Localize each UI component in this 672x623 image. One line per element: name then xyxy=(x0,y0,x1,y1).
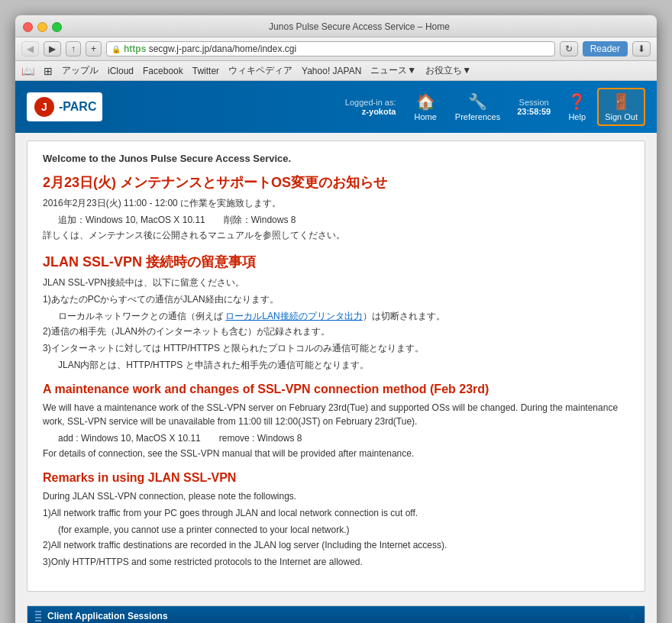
jlan-body-6: JLAN内部とは、HTTP/HTTPS と申請された相手先の通信可能となります。 xyxy=(58,358,629,372)
logged-in-info: Logged-in as: z-yokota xyxy=(345,98,396,116)
welcome-text: Welcome to the Junos Pulse Secure Access… xyxy=(43,153,629,164)
section-jlan-en: Remarks in using JLAN SSL-VPN During JLA… xyxy=(43,471,629,569)
grid-icon: ⊞ xyxy=(44,65,53,77)
logo-box: J -PARC xyxy=(27,92,102,121)
home-icon: 🏠 xyxy=(416,92,435,111)
jlan-body-2: 1)あなたのPCからすべての通信がJLAN経由になります。 xyxy=(43,292,629,306)
url-bar[interactable]: 🔒 https secgw.j-parc.jp/dana/home/index.… xyxy=(106,41,555,56)
jlan-body-5: 3)インターネットに対しては HTTP/HTTPS と限られたプロトコルのみ通信… xyxy=(43,341,629,355)
jlan-body-4: 2)通信の相手先（JLAN外のインターネットも含む）が記録されます。 xyxy=(43,324,629,338)
body-text-1: 2016年2月23日(火) 11:00 - 12:00 に作業を実施致します。 xyxy=(43,196,629,210)
section-title-maintenance-jp: 2月23日(火) メンテナンスとサポートOS変更のお知らせ xyxy=(43,173,629,192)
logo-text: -PARC xyxy=(59,100,96,114)
client-sessions-header: Client Application Sessions ▼ xyxy=(27,606,645,623)
sign-out-icon: 🚪 xyxy=(612,92,631,111)
home-label: Home xyxy=(414,112,436,121)
preferences-icon: 🔧 xyxy=(468,92,487,111)
section-title-jlan-jp: JLAN SSL-VPN 接続時の留意事項 xyxy=(43,253,629,271)
jlan-body-1: JLAN SSL-VPN接続中は、以下に留意ください。 xyxy=(43,276,629,289)
en-maint-2: add : Windows 10, MacOS X 10.11 remove :… xyxy=(58,431,629,445)
en-maint-3: For details of connection, see the SSL-V… xyxy=(43,447,629,460)
bookmark-news[interactable]: ニュース▼ xyxy=(370,64,416,77)
dropdown-arrow-icon[interactable]: ▼ xyxy=(626,610,637,622)
header-nav: Logged-in as: z-yokota 🏠 Home 🔧 Preferen… xyxy=(345,88,645,126)
help-icon: ❓ xyxy=(567,92,586,111)
bookmarks-bar: 📖 ⊞ アップル iCloud Facebook Twitter ウィキペディア… xyxy=(15,61,657,81)
bookmark-icloud[interactable]: iCloud xyxy=(108,66,134,76)
reader-button[interactable]: Reader xyxy=(583,41,628,56)
add-button[interactable]: + xyxy=(86,41,102,56)
client-sessions-area: Client Application Sessions ▼ J Junos Pu… xyxy=(15,599,657,623)
page-header: J -PARC Logged-in as: z-yokota 🏠 Home 🔧 … xyxy=(15,81,657,133)
jlan-en-4: 2)All network traffic destinations are r… xyxy=(43,538,629,552)
section-jlan-jp: JLAN SSL-VPN 接続時の留意事項 JLAN SSL-VPN接続中は、以… xyxy=(43,253,629,372)
logo-icon: J xyxy=(33,95,56,118)
window-title: Junos Pulse Secure Access Service – Home xyxy=(69,21,649,32)
section-title-maintenance-en: A maintenance work and changes of SSL-VP… xyxy=(43,383,629,396)
sign-out-label: Sign Out xyxy=(605,112,638,121)
body-text-2: 追加：Windows 10, MacOS X 10.11 削除：Windows … xyxy=(58,213,629,227)
client-sessions-title: Client Application Sessions xyxy=(47,611,168,621)
session-info: Session 23:58:59 xyxy=(511,95,557,119)
body-text-3: 詳しくは、メンテナンス後に公開されるマニュアルを参照してください。 xyxy=(43,228,629,242)
preferences-nav-item[interactable]: 🔧 Preferences xyxy=(447,89,508,124)
bookmarks-icon: 📖 xyxy=(21,65,34,77)
bookmark-facebook[interactable]: Facebook xyxy=(143,66,183,76)
sign-out-nav-item[interactable]: 🚪 Sign Out xyxy=(597,88,645,126)
lock-icon: 🔒 xyxy=(111,45,121,53)
close-button[interactable] xyxy=(23,22,33,32)
svg-text:J: J xyxy=(41,101,47,113)
show-downloads-button[interactable]: ⬇ xyxy=(632,41,651,56)
session-time: 23:58:59 xyxy=(517,107,551,116)
window-controls[interactable] xyxy=(23,22,62,32)
logo-area: J -PARC xyxy=(27,92,102,121)
bookmark-apple[interactable]: アップル xyxy=(62,64,99,77)
jlan-en-2: 1)All network traffic from your PC goes … xyxy=(43,506,629,520)
logged-in-user: z-yokota xyxy=(345,107,396,116)
nav-bar: ◀ ▶ ↑ + 🔒 https secgw.j-parc.jp/dana/hom… xyxy=(15,37,657,61)
title-bar: Junos Pulse Secure Access Service – Home xyxy=(15,15,657,37)
preferences-label: Preferences xyxy=(455,112,500,121)
bookmark-useful[interactable]: お役立ち▼ xyxy=(425,64,471,77)
jlan-body-3: ローカルネットワークとの通信（例えば ローカルLAN接続のプリンタ出力）は切断さ… xyxy=(58,309,629,323)
section-maintenance-jp: 2月23日(火) メンテナンスとサポートOS変更のお知らせ 2016年2月23日… xyxy=(43,173,629,242)
en-maint-1: We will have a maintenance work of the S… xyxy=(43,401,629,428)
jlan-en-5: 3)Only HTTP/HTTPS and some restricted pr… xyxy=(43,555,629,569)
jlan-en-1: During JLAN SSL-VPN connection, please n… xyxy=(43,489,629,503)
section-title-jlan-en: Remarks in using JLAN SSL-VPN xyxy=(43,471,629,485)
url-domain: secgw.j-parc.jp/dana/home/index.cgi xyxy=(146,44,549,54)
maximize-button[interactable] xyxy=(52,22,62,32)
help-label: Help xyxy=(568,112,586,121)
grip-icon xyxy=(35,611,41,621)
content-area: Welcome to the Junos Pulse Secure Access… xyxy=(15,133,657,599)
refresh-button[interactable]: ↻ xyxy=(560,41,578,56)
forward-button[interactable]: ▶ xyxy=(44,41,61,56)
jlan-en-3: (for example, you cannot use a printer c… xyxy=(58,523,629,537)
content-box: Welcome to the Junos Pulse Secure Access… xyxy=(27,140,645,592)
section-maintenance-en: A maintenance work and changes of SSL-VP… xyxy=(43,383,629,460)
bookmark-yahoo[interactable]: Yahoo! JAPAN xyxy=(302,66,361,76)
session-label: Session xyxy=(517,98,551,107)
home-nav-item[interactable]: 🏠 Home xyxy=(406,89,444,124)
logged-in-label: Logged-in as: xyxy=(345,98,396,107)
bookmark-twitter[interactable]: Twitter xyxy=(192,66,219,76)
help-nav-item[interactable]: ❓ Help xyxy=(560,89,594,124)
bookmark-wikipedia[interactable]: ウィキペディア xyxy=(228,64,292,77)
minimize-button[interactable] xyxy=(37,22,47,32)
share-button[interactable]: ↑ xyxy=(66,41,81,56)
client-sessions-box: Client Application Sessions ▼ J Junos Pu… xyxy=(27,605,645,623)
back-button[interactable]: ◀ xyxy=(21,41,39,56)
https-label: https xyxy=(124,44,146,54)
